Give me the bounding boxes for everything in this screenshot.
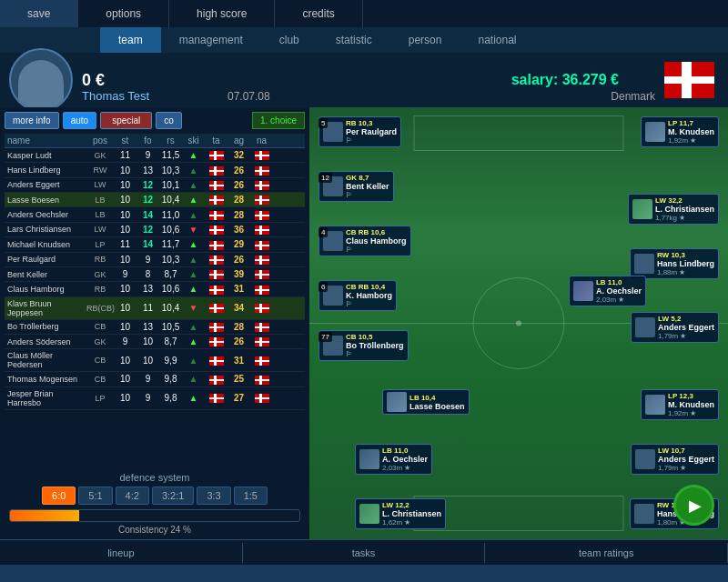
cell-flag xyxy=(205,269,228,279)
play-button[interactable] xyxy=(673,485,714,526)
num-badge-6: 6 xyxy=(318,282,328,292)
formation-4-2[interactable]: 4:2 xyxy=(116,487,149,505)
cell-pos: CB xyxy=(86,356,114,365)
player-row[interactable]: Lars Christiansen LW 10 12 10,6 ▼ 36 xyxy=(5,223,305,237)
menu-options[interactable]: options xyxy=(78,0,169,27)
nav-person[interactable]: person xyxy=(390,27,460,53)
player-row[interactable]: Claus Hamborg RB 10 13 10,6 ▲ 31 xyxy=(5,282,305,296)
cell-name: Lars Christiansen xyxy=(5,225,86,234)
field-card-lc-low[interactable]: LW 12,2 L. Christiansen 1,62m ★ xyxy=(355,498,446,529)
tab-tasks[interactable]: tasks xyxy=(243,543,486,563)
player-name-bt: Bo Tröllenberg xyxy=(346,341,404,350)
nav-national[interactable]: national xyxy=(460,27,534,53)
player-row[interactable]: Anders Södersen GK 9 10 8,7 ▲ 26 xyxy=(5,335,305,349)
field-card-lars-chr[interactable]: LW 32,2 L. Christiansen 1,77kg ★ xyxy=(628,194,719,225)
player-info-lb-low: LB 10,4 Lasse Boesen xyxy=(410,394,465,411)
player-avatar-mk xyxy=(645,122,665,142)
auto-button[interactable]: auto xyxy=(63,112,96,129)
player-avatar-lc-low xyxy=(359,504,379,524)
player-name: Thomas Test xyxy=(82,89,149,103)
special-button[interactable]: special xyxy=(100,112,152,129)
player-name-per: Per Raulgard xyxy=(346,127,397,136)
player-info-lc-low: LW 12,2 L. Christiansen 1,62m ★ xyxy=(382,501,441,527)
cell-name: Jesper Brian Harresbo xyxy=(5,389,86,407)
player-row[interactable]: Klavs Bruun Jeppesen RB(CB) 10 11 10,4 ▼… xyxy=(5,297,305,320)
formation-1-5[interactable]: 1:5 xyxy=(234,487,268,505)
player-stats-ch: 🏳 xyxy=(346,246,407,254)
field-card-ao-low[interactable]: LB 11,0 A. Oechsler 2,03m ★ xyxy=(355,444,432,475)
field-card-per-raulgard[interactable]: RB 10,3 Per Raulgard 🏳 xyxy=(318,116,401,147)
cell-flag xyxy=(205,225,228,235)
field-card-hans-lindberg-top[interactable]: RW 10,3 Hans Lindberg 1,88m ★ xyxy=(630,248,719,279)
table-header: name pos st fo rs ski ta ag na xyxy=(5,134,305,148)
cell-flag2 xyxy=(250,303,273,313)
nav-team[interactable]: team xyxy=(100,27,161,53)
cell-st: 10 xyxy=(114,303,136,313)
nav-management[interactable]: management xyxy=(161,27,261,53)
player-row[interactable]: Lasse Boesen LB 10 12 10,4 ▲ 28 xyxy=(5,193,305,207)
formation-6-0[interactable]: 6:0 xyxy=(42,487,76,505)
formation-3-2-1[interactable]: 3:2:1 xyxy=(152,487,194,505)
co-button[interactable]: co xyxy=(156,112,182,129)
cell-na: 25 xyxy=(228,374,250,384)
more-info-button[interactable]: more info xyxy=(5,112,59,129)
menu-save[interactable]: save xyxy=(0,0,78,27)
player-row[interactable]: Thomas Mogensen CB 10 9 9,8 ▲ 25 xyxy=(5,372,305,386)
cell-na: 32 xyxy=(228,150,250,160)
salary-display: salary: 36.279 € xyxy=(511,72,619,88)
player-avatar-lc xyxy=(632,199,652,219)
field-card-anders-eggert-low[interactable]: LW 10,7 Anders Eggert 1,79m ★ xyxy=(631,444,719,475)
cell-rs: 10,3 xyxy=(159,255,182,265)
player-row[interactable]: Michael Knudsen LP 11 14 11,7 ▲ 29 xyxy=(5,237,305,252)
player-name-hl: Hans Lindberg xyxy=(657,259,714,268)
player-row[interactable]: Hans Lindberg RW 10 13 10,3 ▲ 26 xyxy=(5,163,305,177)
cell-pos: RB xyxy=(86,285,114,294)
defence-title: defence system xyxy=(5,472,305,483)
player-row[interactable]: Claus Möller Pedersen CB 10 10 9,9 ▲ 31 xyxy=(5,349,305,372)
cell-fo: 13 xyxy=(136,322,159,332)
cell-fo: 10 xyxy=(136,356,159,366)
nav-statistic[interactable]: statistic xyxy=(318,27,390,53)
player-pos-bk: GK 8,7 xyxy=(346,174,389,182)
player-row[interactable]: Kasper Ludt GK 11 9 11,5 ▲ 32 xyxy=(5,148,305,163)
menu-highscore[interactable]: high score xyxy=(169,0,275,27)
cell-st: 9 xyxy=(114,336,136,346)
cell-rs: 10,4 xyxy=(159,195,182,205)
player-row[interactable]: Per Raulgard RB 10 9 10,3 ▲ 26 xyxy=(5,253,305,267)
player-info-mk: LP 11,7 M. Knudsen 1,92m ★ xyxy=(668,119,714,145)
cell-flag2 xyxy=(250,255,273,265)
formation-3-3[interactable]: 3:3 xyxy=(197,487,230,505)
player-info-ae-low: LW 10,7 Anders Eggert 1,79m ★ xyxy=(658,447,714,472)
field-card-anders-eggert[interactable]: LW 5,2 Anders Eggert 1,79m ★ xyxy=(631,312,719,343)
cell-arrow: ▼ xyxy=(182,225,205,235)
player-row[interactable]: Bo Tröllerberg CB 10 13 10,5 ▲ 28 xyxy=(5,320,305,335)
player-row[interactable]: Jesper Brian Harresbo LP 10 9 9,8 ▲ 27 xyxy=(5,387,305,410)
player-info-mk-low: LP 12,3 M. Knudsen 1,92m ★ xyxy=(668,392,714,417)
col-st: st xyxy=(114,135,136,146)
cell-flag xyxy=(205,150,228,160)
menu-credits[interactable]: credits xyxy=(275,0,362,27)
defence-section: defence system 6:0 5:1 4:2 3:2:1 3:3 1:5… xyxy=(5,472,305,535)
col-ag: ag xyxy=(228,135,250,146)
player-pos-ae: LW 5,2 xyxy=(658,315,714,323)
player-row[interactable]: Bent Keller GK 9 8 8,7 ▲ 39 xyxy=(5,267,305,282)
field-card-michael-knudsen-top[interactable]: LP 11,7 M. Knudsen 1,92m ★ xyxy=(641,116,719,147)
field-card-mk-low[interactable]: LP 12,3 M. Knudsen 1,92m ★ xyxy=(641,389,719,420)
cell-fo: 13 xyxy=(136,166,159,176)
field-card-a-oechsler-mid[interactable]: LB 11,0 A. Oechsler 2,03m ★ xyxy=(569,276,646,306)
player-row[interactable]: Anders Eggert LW 10 12 10,1 ▲ 26 xyxy=(5,178,305,193)
player-avatar-hl xyxy=(634,254,654,274)
field-card-claus-hamborg[interactable]: CB RB 10,6 Claus Hamborg 🏳 xyxy=(318,226,411,256)
formation-5-1[interactable]: 5:1 xyxy=(78,487,112,505)
nav-club[interactable]: club xyxy=(261,27,318,53)
cell-arrow: ▲ xyxy=(182,239,205,249)
cell-arrow: ▲ xyxy=(182,336,205,346)
tab-team-ratings[interactable]: team ratings xyxy=(485,543,728,563)
field-card-lasse-boesen-low[interactable]: LB 10,4 Lasse Boesen xyxy=(382,389,470,415)
cell-pos: LW xyxy=(86,225,114,234)
player-name-ch: Claus Hamborg xyxy=(346,236,407,246)
country-name: Denmark xyxy=(611,90,655,103)
player-row[interactable]: Anders Oechsler LB 10 14 11,0 ▲ 28 xyxy=(5,207,305,222)
field-card-k-hamborg[interactable]: CB RB 10,4 K. Hamborg 🏳 xyxy=(318,280,397,311)
tab-lineup[interactable]: lineup xyxy=(0,543,243,563)
